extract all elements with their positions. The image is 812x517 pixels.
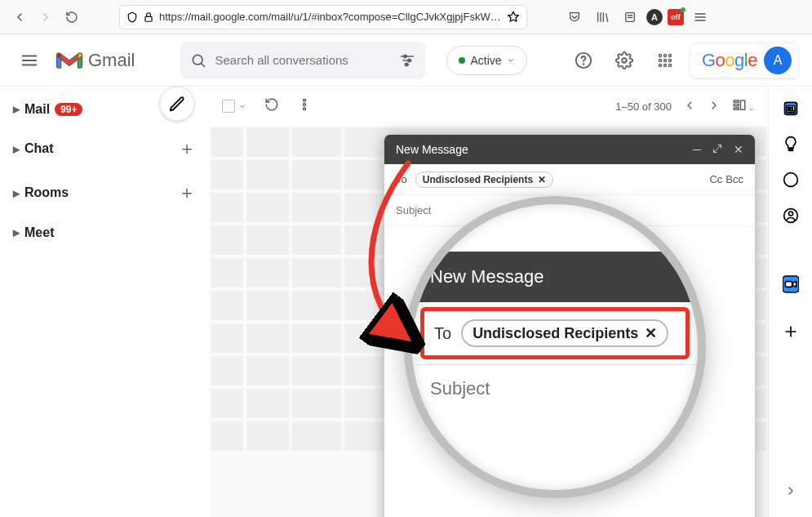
more-button[interactable] bbox=[297, 97, 312, 115]
sidebar-item-meet[interactable]: ▸ Meet bbox=[7, 220, 202, 245]
caret-icon: ▸ bbox=[13, 141, 20, 157]
sidebar-item-label: Chat bbox=[24, 141, 54, 156]
google-account-box[interactable]: Google A bbox=[690, 42, 799, 78]
svg-rect-24 bbox=[741, 100, 745, 109]
message-toolbar: 1–50 of 300 bbox=[209, 87, 768, 126]
zoom-addon-icon[interactable] bbox=[783, 276, 799, 292]
sidebar-item-label: Rooms bbox=[24, 185, 69, 200]
apps-grid-button[interactable] bbox=[649, 44, 681, 77]
add-addon-button[interactable] bbox=[783, 323, 799, 340]
compose-header[interactable]: New Message ─ ✕ bbox=[384, 135, 755, 164]
magnifier-recipient-chip: Undisclosed Recipients ✕ bbox=[461, 319, 668, 347]
sidebar-item-label: Mail bbox=[24, 102, 50, 117]
sidebar-item-chat[interactable]: ▸ Chat ＋ bbox=[7, 131, 202, 166]
svg-point-16 bbox=[663, 64, 666, 66]
main-menu-button[interactable] bbox=[13, 44, 46, 77]
caret-icon: ▸ bbox=[13, 185, 20, 201]
profile-avatar-small[interactable]: A bbox=[646, 9, 663, 25]
svg-point-12 bbox=[659, 59, 661, 61]
remove-chip-icon[interactable]: ✕ bbox=[538, 174, 546, 185]
svg-point-38 bbox=[788, 212, 792, 216]
svg-point-14 bbox=[668, 59, 671, 61]
sidebar-item-rooms[interactable]: ▸ Rooms ＋ bbox=[7, 176, 202, 210]
google-wordmark: Google bbox=[702, 50, 757, 71]
reader-icon[interactable] bbox=[619, 6, 641, 29]
tasks-icon[interactable] bbox=[783, 172, 799, 188]
svg-rect-23 bbox=[734, 108, 739, 109]
minimize-icon[interactable]: ─ bbox=[693, 143, 701, 156]
settings-button[interactable] bbox=[608, 44, 641, 77]
star-icon[interactable] bbox=[507, 11, 520, 24]
refresh-button[interactable] bbox=[264, 97, 279, 115]
svg-point-13 bbox=[663, 59, 666, 61]
compose-to-row[interactable]: To Undisclosed Recipients ✕ Cc Bcc bbox=[384, 164, 755, 195]
support-button[interactable] bbox=[567, 44, 600, 77]
checkbox-icon bbox=[222, 100, 235, 113]
search-options-icon[interactable] bbox=[399, 52, 415, 69]
magnifier-overlay: New Message To Undisclosed Recipients ✕ … bbox=[404, 196, 706, 498]
bcc-button[interactable]: Bcc bbox=[725, 173, 743, 185]
account-avatar[interactable]: A bbox=[764, 47, 792, 74]
plus-icon[interactable]: ＋ bbox=[178, 181, 196, 205]
select-all[interactable] bbox=[222, 100, 246, 113]
gmail-brand-text: Gmail bbox=[88, 50, 135, 71]
lock-icon bbox=[143, 11, 154, 23]
plus-icon[interactable]: ＋ bbox=[178, 136, 196, 161]
expand-icon[interactable] bbox=[712, 143, 722, 156]
caret-icon: ▸ bbox=[13, 101, 20, 117]
svg-point-5 bbox=[406, 63, 408, 65]
search-box[interactable] bbox=[180, 42, 425, 79]
pencil-icon bbox=[168, 95, 186, 113]
caret-icon: ▸ bbox=[13, 225, 20, 240]
forward-button[interactable] bbox=[34, 6, 57, 29]
svg-rect-22 bbox=[734, 104, 739, 105]
svg-point-20 bbox=[304, 108, 306, 110]
compose-footer: Send bbox=[384, 512, 755, 517]
pager-next[interactable] bbox=[708, 99, 721, 114]
compose-button[interactable] bbox=[160, 87, 194, 121]
calendar-icon[interactable]: 31 bbox=[783, 100, 799, 116]
magnifier-title: New Message bbox=[412, 252, 698, 302]
search-input[interactable] bbox=[215, 53, 391, 67]
library-icon[interactable] bbox=[591, 6, 614, 29]
gmail-logo[interactable]: Gmail bbox=[55, 50, 135, 71]
svg-point-18 bbox=[304, 99, 306, 101]
svg-point-15 bbox=[659, 64, 661, 66]
extension-badge[interactable]: off bbox=[668, 9, 684, 25]
url-text: https://mail.google.com/mail/u/1/#inbox?… bbox=[159, 11, 502, 23]
magnifier-to-label: To bbox=[434, 324, 451, 343]
svg-rect-0 bbox=[145, 16, 152, 21]
svg-point-4 bbox=[408, 59, 410, 61]
status-label: Active bbox=[470, 54, 501, 67]
split-pane-button[interactable] bbox=[732, 98, 755, 115]
gmail-header: Gmail Active Google A bbox=[0, 34, 812, 87]
app-menu-button[interactable] bbox=[689, 6, 712, 29]
recipient-chip[interactable]: Undisclosed Recipients ✕ bbox=[415, 172, 553, 188]
close-icon[interactable]: ✕ bbox=[734, 143, 743, 156]
collapse-panel-icon[interactable] bbox=[784, 484, 797, 501]
svg-point-17 bbox=[668, 64, 671, 66]
status-chip[interactable]: Active bbox=[446, 46, 526, 75]
back-button[interactable] bbox=[8, 6, 31, 29]
svg-rect-40 bbox=[785, 282, 792, 287]
shield-icon bbox=[126, 11, 138, 23]
sidebar-item-label: Meet bbox=[24, 225, 54, 240]
status-dot-icon bbox=[459, 57, 465, 64]
keep-icon[interactable] bbox=[783, 136, 799, 152]
close-icon: ✕ bbox=[645, 324, 657, 342]
address-bar[interactable]: https://mail.google.com/mail/u/1/#inbox?… bbox=[119, 5, 527, 29]
pager-prev[interactable] bbox=[683, 99, 696, 114]
svg-point-3 bbox=[404, 55, 406, 57]
contacts-icon[interactable] bbox=[783, 207, 799, 224]
pocket-icon[interactable] bbox=[563, 6, 586, 29]
pager-text: 1–50 of 300 bbox=[615, 100, 672, 113]
sidebar: ▸ Mail 99+ ▸ Chat ＋ ▸ Rooms ＋ ▸ Meet bbox=[0, 87, 209, 517]
cc-button[interactable]: Cc bbox=[709, 173, 722, 185]
chevron-down-icon bbox=[238, 102, 246, 110]
recipient-name: Undisclosed Recipients bbox=[423, 174, 533, 185]
svg-text:31: 31 bbox=[788, 106, 794, 112]
svg-rect-21 bbox=[734, 100, 739, 102]
browser-toolbar: https://mail.google.com/mail/u/1/#inbox?… bbox=[0, 0, 812, 34]
reload-button[interactable] bbox=[60, 6, 83, 29]
side-panel: 31 bbox=[768, 87, 812, 517]
